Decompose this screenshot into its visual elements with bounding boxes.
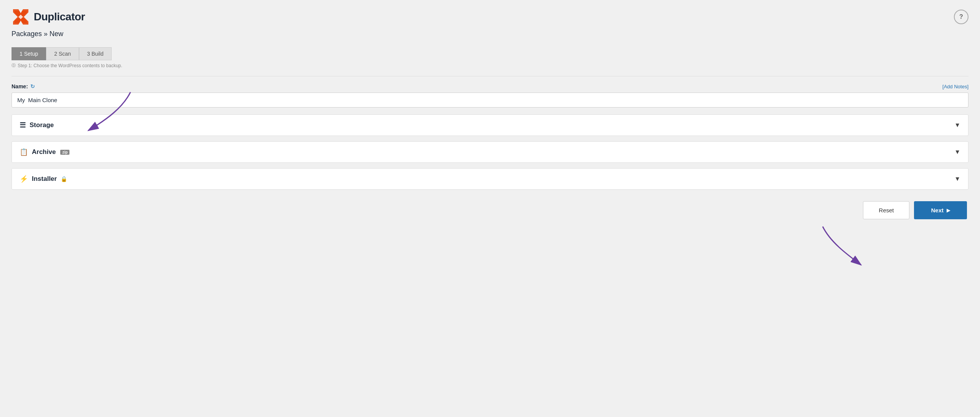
step-3[interactable]: 3 Build [79, 47, 112, 60]
installer-label: Installer [32, 175, 57, 183]
installer-chevron: ▼ [954, 175, 960, 182]
help-button[interactable]: ? [954, 10, 968, 24]
play-icon: ▶ [947, 208, 950, 213]
package-name-input[interactable] [12, 93, 968, 108]
steps-bar: 1 Setup 2 Scan 3 Build [12, 47, 968, 60]
refresh-icon[interactable]: ↻ [30, 83, 35, 89]
storage-section[interactable]: ☰ Storage ▼ [12, 114, 968, 136]
archive-chevron: ▼ [954, 149, 960, 156]
add-notes-link[interactable]: [Add Notes] [942, 84, 968, 89]
step-hint-text: Step 1: Choose the WordPress contents to… [18, 63, 122, 68]
wordpress-icon: ⓪ [12, 63, 16, 68]
content-area: Name: ↻ [Add Notes] ☰ Storage ▼ 📋 Archiv… [12, 83, 968, 219]
arrow-2 [811, 223, 873, 273]
step-2[interactable]: 2 Scan [46, 47, 79, 60]
page-wrapper: Duplicator ? Packages » New 1 Setup 2 Sc… [0, 0, 980, 417]
storage-label: Storage [30, 121, 54, 129]
name-row: Name: ↻ [Add Notes] [12, 83, 968, 89]
next-button[interactable]: Next ▶ [914, 201, 967, 219]
archive-icon: 📋 [20, 148, 28, 156]
name-label-text: Name: [12, 83, 28, 89]
installer-section[interactable]: ⚡ Installer 🔒 ▼ [12, 168, 968, 190]
next-label: Next [931, 207, 944, 213]
logo-area: Duplicator [12, 8, 85, 26]
divider [12, 76, 968, 76]
name-label: Name: ↻ [12, 83, 35, 89]
step-1[interactable]: 1 Setup [12, 47, 46, 60]
logo-icon [12, 8, 30, 26]
reset-button[interactable]: Reset [863, 201, 909, 219]
archive-badge: zip [60, 150, 69, 155]
step-hint: ⓪ Step 1: Choose the WordPress contents … [12, 63, 968, 68]
storage-icon: ☰ [20, 121, 26, 129]
storage-chevron: ▼ [954, 122, 960, 129]
installer-icon: ⚡ [20, 175, 28, 183]
bottom-bar: Reset Next ▶ [12, 201, 968, 219]
logo-text: Duplicator [34, 11, 85, 23]
archive-label: Archive [32, 148, 56, 156]
header: Duplicator ? [12, 8, 968, 26]
archive-section[interactable]: 📋 Archive zip ▼ [12, 141, 968, 163]
breadcrumb: Packages » New [12, 30, 968, 38]
lock-icon: 🔒 [61, 176, 67, 182]
